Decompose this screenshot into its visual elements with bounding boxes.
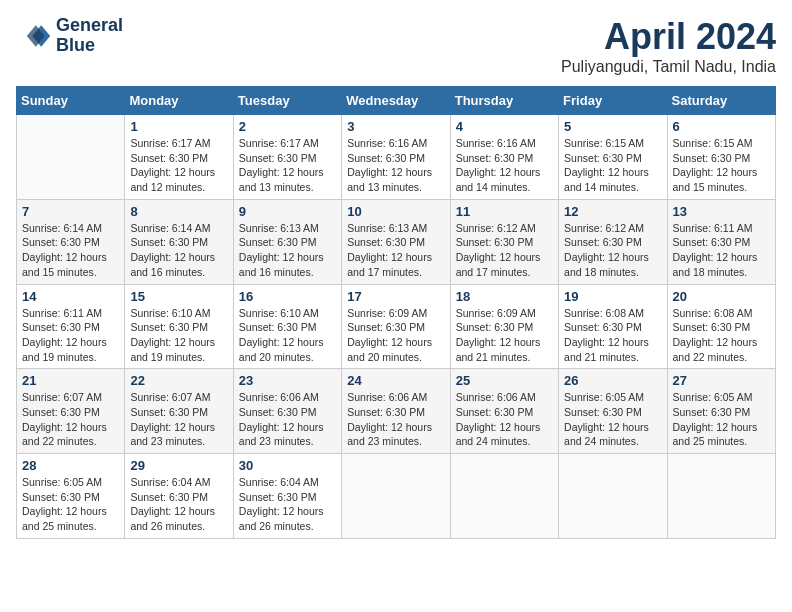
- calendar-cell: 15Sunrise: 6:10 AMSunset: 6:30 PMDayligh…: [125, 284, 233, 369]
- day-number: 15: [130, 289, 227, 304]
- day-info: Sunrise: 6:06 AMSunset: 6:30 PMDaylight:…: [456, 390, 553, 449]
- calendar-cell: 26Sunrise: 6:05 AMSunset: 6:30 PMDayligh…: [559, 369, 667, 454]
- day-info: Sunrise: 6:09 AMSunset: 6:30 PMDaylight:…: [456, 306, 553, 365]
- calendar-cell: 2Sunrise: 6:17 AMSunset: 6:30 PMDaylight…: [233, 115, 341, 200]
- calendar-cell: 17Sunrise: 6:09 AMSunset: 6:30 PMDayligh…: [342, 284, 450, 369]
- day-number: 9: [239, 204, 336, 219]
- calendar-cell: 7Sunrise: 6:14 AMSunset: 6:30 PMDaylight…: [17, 199, 125, 284]
- calendar-cell: 20Sunrise: 6:08 AMSunset: 6:30 PMDayligh…: [667, 284, 775, 369]
- calendar-cell: 25Sunrise: 6:06 AMSunset: 6:30 PMDayligh…: [450, 369, 558, 454]
- calendar-week-row: 28Sunrise: 6:05 AMSunset: 6:30 PMDayligh…: [17, 454, 776, 539]
- day-info: Sunrise: 6:15 AMSunset: 6:30 PMDaylight:…: [564, 136, 661, 195]
- day-number: 6: [673, 119, 770, 134]
- logo: General Blue: [16, 16, 123, 56]
- calendar-week-row: 14Sunrise: 6:11 AMSunset: 6:30 PMDayligh…: [17, 284, 776, 369]
- logo-icon: [16, 18, 52, 54]
- day-info: Sunrise: 6:16 AMSunset: 6:30 PMDaylight:…: [347, 136, 444, 195]
- calendar-cell: 4Sunrise: 6:16 AMSunset: 6:30 PMDaylight…: [450, 115, 558, 200]
- logo-text: General Blue: [56, 16, 123, 56]
- calendar-cell: 3Sunrise: 6:16 AMSunset: 6:30 PMDaylight…: [342, 115, 450, 200]
- calendar-cell: [17, 115, 125, 200]
- day-number: 17: [347, 289, 444, 304]
- day-number: 18: [456, 289, 553, 304]
- day-info: Sunrise: 6:10 AMSunset: 6:30 PMDaylight:…: [130, 306, 227, 365]
- day-info: Sunrise: 6:08 AMSunset: 6:30 PMDaylight:…: [564, 306, 661, 365]
- calendar-cell: 19Sunrise: 6:08 AMSunset: 6:30 PMDayligh…: [559, 284, 667, 369]
- weekday-header: Sunday: [17, 87, 125, 115]
- day-number: 23: [239, 373, 336, 388]
- day-number: 30: [239, 458, 336, 473]
- day-info: Sunrise: 6:07 AMSunset: 6:30 PMDaylight:…: [130, 390, 227, 449]
- weekday-header-row: SundayMondayTuesdayWednesdayThursdayFrid…: [17, 87, 776, 115]
- calendar-cell: 29Sunrise: 6:04 AMSunset: 6:30 PMDayligh…: [125, 454, 233, 539]
- calendar-cell: 9Sunrise: 6:13 AMSunset: 6:30 PMDaylight…: [233, 199, 341, 284]
- calendar-week-row: 7Sunrise: 6:14 AMSunset: 6:30 PMDaylight…: [17, 199, 776, 284]
- day-info: Sunrise: 6:08 AMSunset: 6:30 PMDaylight:…: [673, 306, 770, 365]
- calendar-cell: 21Sunrise: 6:07 AMSunset: 6:30 PMDayligh…: [17, 369, 125, 454]
- calendar-cell: 30Sunrise: 6:04 AMSunset: 6:30 PMDayligh…: [233, 454, 341, 539]
- calendar-cell: 16Sunrise: 6:10 AMSunset: 6:30 PMDayligh…: [233, 284, 341, 369]
- day-number: 27: [673, 373, 770, 388]
- calendar-cell: 13Sunrise: 6:11 AMSunset: 6:30 PMDayligh…: [667, 199, 775, 284]
- calendar-cell: 14Sunrise: 6:11 AMSunset: 6:30 PMDayligh…: [17, 284, 125, 369]
- calendar-cell: [667, 454, 775, 539]
- weekday-header: Wednesday: [342, 87, 450, 115]
- day-number: 7: [22, 204, 119, 219]
- day-info: Sunrise: 6:04 AMSunset: 6:30 PMDaylight:…: [239, 475, 336, 534]
- day-number: 14: [22, 289, 119, 304]
- calendar-cell: 12Sunrise: 6:12 AMSunset: 6:30 PMDayligh…: [559, 199, 667, 284]
- calendar-cell: 18Sunrise: 6:09 AMSunset: 6:30 PMDayligh…: [450, 284, 558, 369]
- weekday-header: Monday: [125, 87, 233, 115]
- calendar-cell: [342, 454, 450, 539]
- day-info: Sunrise: 6:05 AMSunset: 6:30 PMDaylight:…: [673, 390, 770, 449]
- day-info: Sunrise: 6:12 AMSunset: 6:30 PMDaylight:…: [564, 221, 661, 280]
- day-number: 12: [564, 204, 661, 219]
- weekday-header: Friday: [559, 87, 667, 115]
- calendar-cell: 6Sunrise: 6:15 AMSunset: 6:30 PMDaylight…: [667, 115, 775, 200]
- day-number: 20: [673, 289, 770, 304]
- day-info: Sunrise: 6:04 AMSunset: 6:30 PMDaylight:…: [130, 475, 227, 534]
- day-number: 21: [22, 373, 119, 388]
- day-info: Sunrise: 6:05 AMSunset: 6:30 PMDaylight:…: [564, 390, 661, 449]
- day-number: 26: [564, 373, 661, 388]
- day-number: 29: [130, 458, 227, 473]
- day-info: Sunrise: 6:09 AMSunset: 6:30 PMDaylight:…: [347, 306, 444, 365]
- day-number: 10: [347, 204, 444, 219]
- day-number: 5: [564, 119, 661, 134]
- day-info: Sunrise: 6:05 AMSunset: 6:30 PMDaylight:…: [22, 475, 119, 534]
- calendar-cell: [450, 454, 558, 539]
- day-info: Sunrise: 6:13 AMSunset: 6:30 PMDaylight:…: [347, 221, 444, 280]
- calendar-cell: [559, 454, 667, 539]
- calendar-table: SundayMondayTuesdayWednesdayThursdayFrid…: [16, 86, 776, 539]
- day-info: Sunrise: 6:17 AMSunset: 6:30 PMDaylight:…: [239, 136, 336, 195]
- day-number: 13: [673, 204, 770, 219]
- calendar-cell: 5Sunrise: 6:15 AMSunset: 6:30 PMDaylight…: [559, 115, 667, 200]
- day-info: Sunrise: 6:07 AMSunset: 6:30 PMDaylight:…: [22, 390, 119, 449]
- day-number: 3: [347, 119, 444, 134]
- day-number: 11: [456, 204, 553, 219]
- calendar-week-row: 21Sunrise: 6:07 AMSunset: 6:30 PMDayligh…: [17, 369, 776, 454]
- calendar-cell: 28Sunrise: 6:05 AMSunset: 6:30 PMDayligh…: [17, 454, 125, 539]
- calendar-cell: 11Sunrise: 6:12 AMSunset: 6:30 PMDayligh…: [450, 199, 558, 284]
- day-info: Sunrise: 6:15 AMSunset: 6:30 PMDaylight:…: [673, 136, 770, 195]
- calendar-cell: 22Sunrise: 6:07 AMSunset: 6:30 PMDayligh…: [125, 369, 233, 454]
- day-number: 4: [456, 119, 553, 134]
- day-info: Sunrise: 6:14 AMSunset: 6:30 PMDaylight:…: [22, 221, 119, 280]
- weekday-header: Thursday: [450, 87, 558, 115]
- day-number: 28: [22, 458, 119, 473]
- day-info: Sunrise: 6:16 AMSunset: 6:30 PMDaylight:…: [456, 136, 553, 195]
- calendar-cell: 10Sunrise: 6:13 AMSunset: 6:30 PMDayligh…: [342, 199, 450, 284]
- calendar-cell: 24Sunrise: 6:06 AMSunset: 6:30 PMDayligh…: [342, 369, 450, 454]
- calendar-cell: 23Sunrise: 6:06 AMSunset: 6:30 PMDayligh…: [233, 369, 341, 454]
- month-title: April 2024: [561, 16, 776, 58]
- day-number: 24: [347, 373, 444, 388]
- day-number: 16: [239, 289, 336, 304]
- day-number: 25: [456, 373, 553, 388]
- calendar-cell: 8Sunrise: 6:14 AMSunset: 6:30 PMDaylight…: [125, 199, 233, 284]
- weekday-header: Tuesday: [233, 87, 341, 115]
- day-number: 8: [130, 204, 227, 219]
- weekday-header: Saturday: [667, 87, 775, 115]
- calendar-cell: 27Sunrise: 6:05 AMSunset: 6:30 PMDayligh…: [667, 369, 775, 454]
- day-info: Sunrise: 6:06 AMSunset: 6:30 PMDaylight:…: [239, 390, 336, 449]
- day-info: Sunrise: 6:06 AMSunset: 6:30 PMDaylight:…: [347, 390, 444, 449]
